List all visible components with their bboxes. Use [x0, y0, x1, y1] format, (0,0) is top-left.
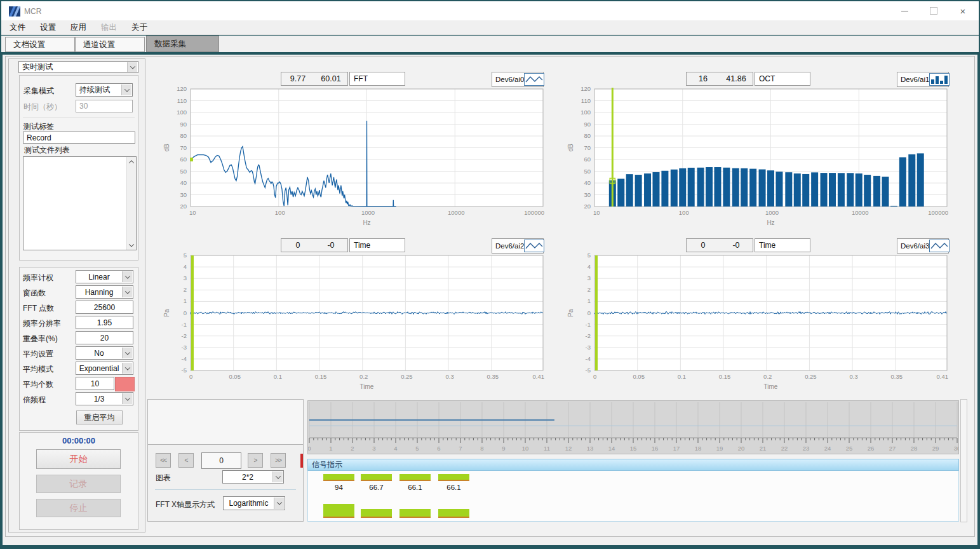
svg-text:10: 10	[522, 445, 529, 452]
signal-level-bar	[438, 509, 469, 518]
setting-label-6: 平均模式	[23, 364, 53, 375]
right-scrollbar[interactable]	[960, 399, 967, 522]
channel-box[interactable]: Dev6/ai2	[492, 238, 544, 254]
test-mode-select[interactable]: 实时测试	[18, 61, 138, 73]
setting-input-2[interactable]: 25600	[76, 301, 133, 314]
menu-item-1[interactable]: 设置	[40, 22, 56, 33]
first-page-button[interactable]: <<	[156, 453, 171, 468]
signal-indicator-panel: 信号指示 9466.766.166.1	[307, 459, 959, 522]
setting-label-4: 重叠率(%)	[23, 334, 58, 344]
tab-1[interactable]: 通道设置	[75, 37, 145, 52]
svg-text:120: 120	[581, 85, 591, 92]
svg-text:60: 60	[584, 156, 591, 163]
menu-item-4[interactable]: 关于	[131, 22, 147, 33]
bar-icon	[929, 73, 950, 86]
tab-0[interactable]: 文档设置	[5, 37, 75, 52]
chart-type-box[interactable]: OCT	[755, 72, 810, 86]
svg-text:0.3: 0.3	[849, 373, 857, 380]
scroll-down-icon[interactable]	[127, 240, 136, 250]
svg-text:25: 25	[846, 445, 853, 452]
fft-axis-mode-select[interactable]: Logarithmic	[223, 496, 285, 510]
chevron-down-icon	[274, 498, 284, 509]
last-page-button[interactable]: >>	[271, 453, 286, 468]
close-icon[interactable]: ×	[948, 1, 977, 20]
channel-name: Dev6/ai2	[495, 242, 524, 250]
acquisition-mode-label: 采集模式	[23, 86, 54, 97]
svg-text:30: 30	[584, 191, 591, 198]
channel-name: Dev6/ai1	[901, 76, 929, 83]
setting-select-1[interactable]: Hanning	[76, 285, 133, 299]
signal-level-value: 66.1	[399, 484, 431, 491]
svg-text:0: 0	[189, 373, 192, 380]
setting-select-0[interactable]: Linear	[76, 270, 133, 283]
record-button: 记录	[36, 475, 121, 493]
svg-text:100: 100	[275, 209, 285, 216]
chart-layout-select[interactable]: 2*2	[222, 470, 284, 484]
prev-page-button[interactable]: <	[178, 453, 194, 468]
setting-label-8: 倍频程	[23, 395, 46, 405]
record-timeline[interactable]: 0123456789101112131415161718192021222324…	[307, 400, 959, 454]
setting-input-7[interactable]: 10	[76, 377, 114, 390]
setting-select-5[interactable]: No	[76, 346, 133, 360]
channel-box[interactable]: Dev6/ai3	[897, 238, 949, 254]
svg-text:0.1: 0.1	[678, 373, 686, 380]
signal-level-bar	[361, 509, 392, 518]
setting-select-6[interactable]: Exponential	[76, 362, 133, 375]
maximize-icon[interactable]	[919, 1, 948, 20]
svg-text:50: 50	[180, 168, 187, 175]
divider	[155, 489, 296, 490]
chart-type-box[interactable]: Time	[349, 238, 405, 252]
acquisition-mode-value: 持续测试	[76, 84, 121, 96]
svg-text:0.2: 0.2	[763, 373, 772, 380]
tab-2[interactable]: 数据采集	[146, 36, 219, 52]
oct-chart-panel-1: 1641.86OCTDev6/ai12030405060708090100110…	[554, 61, 973, 227]
setting-input-4[interactable]: 20	[76, 331, 133, 344]
svg-text:40: 40	[180, 179, 187, 186]
chart-type-box[interactable]: Time	[755, 238, 810, 252]
channel-box[interactable]: Dev6/ai0	[492, 72, 544, 87]
next-page-button[interactable]: >	[248, 453, 263, 468]
channel-box[interactable]: Dev6/ai1	[897, 72, 949, 87]
test-file-list[interactable]	[23, 156, 137, 250]
svg-text:1000: 1000	[765, 209, 779, 216]
channel-name: Dev6/ai3	[901, 242, 929, 250]
svg-text:Pa: Pa	[567, 309, 574, 317]
svg-text:10000: 10000	[448, 209, 464, 216]
svg-text:12: 12	[565, 445, 572, 452]
restart-average-button[interactable]: 重启平均	[76, 410, 123, 424]
setting-label-0: 频率计权	[23, 273, 53, 283]
chevron-down-icon	[122, 348, 132, 358]
setting-input-3[interactable]: 1.95	[76, 316, 133, 329]
svg-text:10: 10	[189, 209, 196, 216]
svg-text:29: 29	[932, 445, 939, 452]
chart-type-box[interactable]: FFT	[349, 72, 405, 86]
legend-box	[148, 400, 303, 445]
acquisition-mode-select[interactable]: 持续测试	[76, 83, 133, 97]
file-list-scrollbar[interactable]	[126, 157, 136, 250]
svg-text:0: 0	[593, 373, 596, 380]
minimize-icon[interactable]	[890, 1, 919, 20]
svg-text:100000: 100000	[524, 209, 544, 216]
signal-level-value: 66.7	[360, 484, 393, 491]
svg-text:90: 90	[180, 121, 187, 128]
setting-value-1: Hanning	[76, 286, 122, 298]
svg-text:90: 90	[584, 121, 591, 128]
cursor-y-value: -0	[314, 241, 347, 250]
setting-select-8[interactable]: 1/3	[76, 392, 133, 405]
svg-text:24: 24	[824, 445, 831, 452]
cursor-readout: 0-0	[686, 238, 753, 252]
svg-text:0.35: 0.35	[487, 373, 499, 380]
page-index-input[interactable]: 0	[201, 452, 241, 469]
scroll-up-icon[interactable]	[127, 157, 136, 166]
svg-text:20: 20	[738, 445, 745, 452]
chevron-down-icon	[272, 471, 283, 482]
menu-item-0[interactable]: 文件	[10, 22, 25, 33]
menu-item-2[interactable]: 应用	[70, 22, 86, 33]
svg-text:dB: dB	[163, 144, 170, 152]
stop-button: 停止	[36, 499, 121, 517]
test-label-input[interactable]: Record	[23, 132, 135, 144]
fft-axis-mode-value: Logarithmic	[224, 497, 274, 510]
line-icon	[524, 240, 544, 252]
start-button[interactable]: 开始	[36, 449, 121, 469]
chart-layout-value: 2*2	[223, 471, 272, 483]
